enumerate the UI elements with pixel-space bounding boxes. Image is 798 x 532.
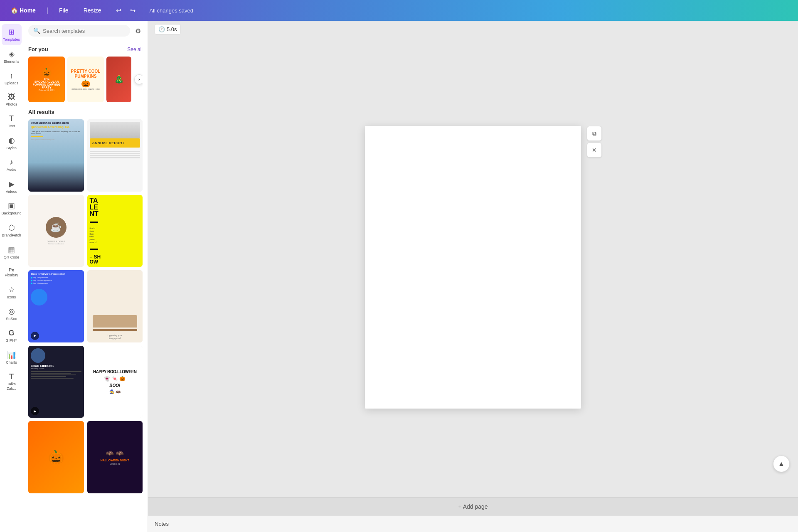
search-icon: 🔍 — [33, 27, 40, 34]
notes-label: Notes — [155, 521, 169, 527]
sidebar-item-brandfetch[interactable]: ⬡ BrandFetch — [2, 220, 22, 241]
add-page-label: + Add page — [458, 503, 488, 510]
elements-icon: ◈ — [9, 49, 15, 59]
resize-button[interactable]: Resize — [79, 5, 106, 16]
file-button[interactable]: File — [55, 5, 73, 16]
sidebar-label-photos: Photos — [5, 102, 17, 107]
text-icon: T — [9, 114, 14, 123]
home-button[interactable]: 🏠 Home — [7, 5, 40, 16]
icons-icon: ☆ — [8, 285, 15, 294]
sidebar-item-text[interactable]: T Text — [2, 111, 22, 132]
template-card-quarkwood[interactable]: YOUR MESSAGE BEGINS HERE Quarkwood Adver… — [28, 119, 84, 192]
timer-value: 5.0s — [167, 26, 177, 32]
sidebar-label-videos: Videos — [6, 190, 17, 194]
templates-scroll: For you See all 🎃 THE SPOOKTACULAR PUMPK… — [23, 41, 148, 532]
sidebar-item-charts[interactable]: 📊 Charts — [2, 347, 22, 368]
sidebar-label-sosoc: SoSoc — [6, 317, 17, 321]
sidebar-item-sosoc[interactable]: ◎ SoSoc — [2, 303, 22, 325]
canvas-area: 🕐 5.0s ⧉ ✕ ▲ + Add page Notes — [148, 21, 798, 532]
topbar: 🏠 Home | File Resize ↩ ↪ All changes sav… — [0, 0, 798, 21]
carousel-next-button[interactable]: › — [134, 74, 143, 84]
template-card-halloween-boo[interactable]: HAPPY BOO-LLOWEEN 👻 🍬 🎃 BOO! 🧙 🦇 — [87, 346, 143, 418]
sidebar-item-templates[interactable]: ⊞ Templates — [2, 24, 22, 45]
sidebar-label-elements: Elements — [4, 59, 20, 64]
sidebar-label-icons: Icons — [7, 295, 16, 300]
uploads-icon: ↑ — [10, 71, 13, 80]
sidebar-item-videos[interactable]: ▶ Videos — [2, 176, 22, 197]
sidebar-label-qrcode: QR Code — [4, 255, 20, 260]
pumpkin-subtitle: October 31, 2021 — [39, 89, 55, 91]
undo-button[interactable]: ↩ — [112, 4, 125, 17]
sidebar-item-audio[interactable]: ♪ Audio — [2, 155, 22, 175]
delete-page-button[interactable]: ✕ — [587, 143, 602, 158]
main-layout: ⊞ Templates ◈ Elements ↑ Uploads 🖼 Photo… — [0, 21, 798, 532]
sidebar-label-pixabay: Pixabay — [5, 273, 18, 278]
red-item-icon: 🎄 — [114, 74, 124, 84]
all-results-title: All results — [28, 109, 54, 115]
add-page-bar[interactable]: + Add page — [148, 497, 798, 515]
template-card-chad[interactable]: CHAD GIBBONS Marketing Director — [28, 346, 84, 418]
audio-icon: ♪ — [10, 158, 13, 167]
background-icon: ▣ — [8, 201, 15, 210]
pretty-date: OCTOBER 31, 2021 · ONLINE · 8 PM — [71, 88, 99, 90]
timer-badge: 🕐 5.0s — [155, 24, 181, 34]
canvas-container: ⧉ ✕ — [365, 126, 581, 409]
sidebar-label-taika: Taika Zak... — [3, 382, 20, 391]
pretty-title: PRETTY COOL PUMPKINS — [70, 69, 101, 79]
sidebar-item-taika[interactable]: T Taika Zak... — [2, 369, 22, 394]
sidebar-item-pixabay[interactable]: Px Pixabay — [2, 264, 22, 281]
template-card-furniture[interactable]: Upgrading yourliving space? — [87, 270, 143, 342]
sidebar-label-styles: Styles — [6, 146, 17, 150]
pixabay-icon: Px — [9, 267, 14, 272]
sidebar-item-qrcode[interactable]: ▦ QR Code — [2, 242, 22, 263]
redo-button[interactable]: ↪ — [126, 4, 139, 17]
sidebar-item-background[interactable]: ▣ Background — [2, 198, 22, 219]
sidebar-item-icons[interactable]: ☆ Icons — [2, 282, 22, 303]
sidebar-label-text: Text — [8, 124, 15, 128]
carousel-item-pretty-pumpkin[interactable]: PRETTY COOL PUMPKINS 🎃 OCTOBER 31, 2021 … — [67, 57, 104, 102]
templates-panel: 🔍 ⚙ For you See all 🎃 THE SPOOKTACULAR P… — [23, 21, 148, 532]
for-you-carousel: 🎃 THE SPOOKTACULAR PUMPKIN CARVING PARTY… — [28, 57, 143, 102]
videos-icon: ▶ — [9, 180, 15, 189]
sidebar-label-brandfetch: BrandFetch — [2, 233, 21, 238]
sidebar-item-giphy[interactable]: G GIPHY — [2, 325, 22, 346]
pretty-emoji: 🎃 — [81, 79, 90, 88]
sidebar-label-giphy: GIPHY — [5, 338, 17, 343]
search-input-wrapper[interactable]: 🔍 — [28, 25, 130, 37]
sidebar-item-elements[interactable]: ◈ Elements — [2, 46, 22, 67]
sidebar-item-uploads[interactable]: ↑ Uploads — [2, 68, 22, 89]
carousel-item-pumpkin[interactable]: 🎃 THE SPOOKTACULAR PUMPKIN CARVING PARTY… — [28, 57, 65, 102]
see-all-button[interactable]: See all — [127, 47, 143, 52]
sidebar-label-templates: Templates — [3, 37, 20, 42]
canvas-page[interactable] — [365, 126, 581, 409]
sosoc-icon: ◎ — [8, 307, 15, 316]
giphy-icon: G — [8, 329, 14, 337]
for-you-section-header: For you See all — [28, 46, 143, 52]
template-card-annual[interactable]: ANNUAL REPORT — [87, 119, 143, 192]
sidebar-label-uploads: Uploads — [5, 81, 18, 86]
template-card-coffee[interactable]: ☕ COFFEE & DONUT The best combination — [28, 195, 84, 267]
template-card-talent[interactable]: TALENT time toshowthemwhatyou'remade of … — [87, 195, 143, 267]
template-card-covid[interactable]: Steps for COVID-19 Vaccination Step 1: R… — [28, 270, 84, 342]
pumpkin-title: THE SPOOKTACULAR PUMPKIN CARVING PARTY — [32, 77, 62, 89]
photos-icon: 🖼 — [8, 93, 15, 101]
notes-bar: Notes — [148, 515, 798, 532]
undo-redo-group: ↩ ↪ — [112, 4, 139, 17]
sidebar-item-photos[interactable]: 🖼 Photos — [2, 89, 22, 110]
carousel-item-red[interactable]: 🎄 — [106, 57, 131, 102]
filter-button[interactable]: ⚙ — [133, 25, 143, 37]
canvas-toolbar: ⧉ ✕ — [587, 126, 602, 158]
templates-icon: ⊞ — [8, 27, 15, 37]
scroll-up-button[interactable]: ▲ — [773, 456, 790, 472]
search-input[interactable] — [43, 28, 125, 34]
template-card-halloween-dark[interactable]: 🦇 🦇 HALLOWEEN NIGHT October 31 — [87, 421, 143, 493]
copy-page-button[interactable]: ⧉ — [587, 126, 602, 141]
sidebar-item-styles[interactable]: ◐ Styles — [2, 133, 22, 154]
template-card-halloween-orange[interactable]: 🎃 — [28, 421, 84, 493]
home-icon: 🏠 — [11, 7, 18, 14]
all-results-section-header: All results — [28, 109, 143, 115]
pumpkin-emoji: 🎃 — [42, 67, 52, 77]
charts-icon: 📊 — [7, 350, 16, 360]
for-you-title: For you — [28, 46, 48, 52]
timer-icon: 🕐 — [158, 26, 165, 32]
